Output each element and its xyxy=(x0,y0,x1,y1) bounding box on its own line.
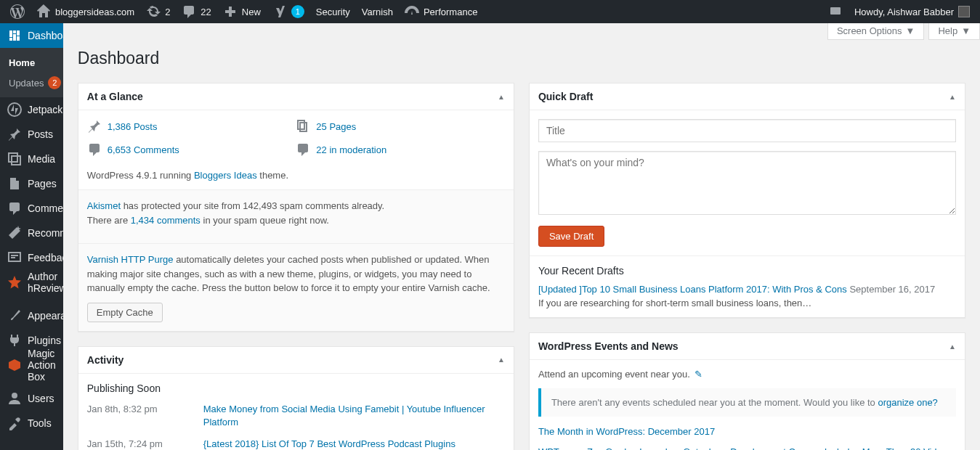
page-title: Dashboard xyxy=(78,49,965,68)
yoast-link[interactable]: 1 xyxy=(267,0,310,23)
chevron-down-icon: ▼ xyxy=(906,25,915,36)
glance-pages[interactable]: 25 Pages xyxy=(296,119,505,134)
menu-author-hreview[interactable]: Author hReview xyxy=(0,270,63,295)
menu-comments[interactable]: Comments22 xyxy=(0,196,63,221)
activity-title-link[interactable]: {Latest 2018} List Of Top 7 Best WordPre… xyxy=(203,438,505,450)
my-account[interactable]: Howdy, Aishwar Babber xyxy=(849,0,976,23)
comment-icon xyxy=(87,142,102,157)
site-name[interactable]: bloggersideas.com xyxy=(31,0,140,23)
pin-icon xyxy=(7,127,22,142)
admin-menu: Dashboard Home Updates2 Jetpack Posts Me… xyxy=(0,23,63,450)
svg-rect-0 xyxy=(830,7,841,15)
activity-header[interactable]: Activity▲ xyxy=(78,347,514,374)
glance-posts[interactable]: 1,386 Posts xyxy=(87,119,296,134)
edit-location-icon[interactable]: ✎ xyxy=(694,369,702,380)
draft-link[interactable]: [Updated ]Top 10 Small Business Loans Pl… xyxy=(538,284,847,295)
publishing-soon-heading: Publishing Soon xyxy=(78,374,514,394)
activity-date: Jan 8th, 8:32 pm xyxy=(87,403,203,429)
avatar xyxy=(958,6,970,17)
chevron-down-icon: ▼ xyxy=(961,25,971,36)
draft-title-input[interactable] xyxy=(538,119,956,142)
help-button[interactable]: Help▼ xyxy=(928,23,980,40)
news-link[interactable]: WPTavern: Zac Gordon Launches Gutenberg … xyxy=(538,446,952,450)
activity-row: Jan 8th, 8:32 pmMake Money from Social M… xyxy=(87,398,505,433)
activity-box: Activity▲ Publishing Soon Jan 8th, 8:32 … xyxy=(78,346,514,451)
comments-link[interactable]: 22 xyxy=(176,0,216,23)
wordpress-icon xyxy=(10,4,25,19)
wrench-icon xyxy=(7,416,22,430)
menu-jetpack[interactable]: Jetpack xyxy=(0,97,63,122)
yoast-icon xyxy=(272,4,287,19)
at-a-glance-header[interactable]: At a Glance▲ xyxy=(78,83,514,110)
comment-icon xyxy=(182,4,196,19)
news-item: The Month in WordPress: December 2017 xyxy=(538,425,956,438)
news-link[interactable]: The Month in WordPress: December 2017 xyxy=(538,426,715,437)
menu-posts[interactable]: Posts xyxy=(0,122,63,147)
activity-row: Jan 15th, 7:24 pm{Latest 2018} List Of T… xyxy=(87,433,505,450)
menu-dashboard[interactable]: Dashboard xyxy=(0,23,63,48)
varnish-link[interactable]: Varnish HTTP Purge xyxy=(87,254,174,265)
activity-title-link[interactable]: Make Money from Social Media Using Fameb… xyxy=(203,403,505,429)
page-icon xyxy=(7,176,22,191)
draft-content-input[interactable] xyxy=(538,151,956,215)
collapse-icon[interactable]: ▲ xyxy=(949,343,956,351)
glance-comments[interactable]: 6,653 Comments xyxy=(87,142,296,157)
glance-moderation[interactable]: 22 in moderation xyxy=(296,142,505,157)
collapse-icon[interactable]: ▲ xyxy=(949,93,956,101)
menu-recommendations[interactable]: Recommendations xyxy=(0,221,63,245)
recent-drafts-heading: Your Recent Drafts xyxy=(538,265,956,277)
no-events-notice: There aren't any events scheduled near y… xyxy=(538,388,956,417)
menu-media[interactable]: Media xyxy=(0,147,63,171)
pages-icon xyxy=(296,119,310,134)
menu-feedback[interactable]: Feedback xyxy=(0,245,63,270)
menu-pages[interactable]: Pages xyxy=(0,171,63,196)
quick-draft-header[interactable]: Quick Draft▲ xyxy=(530,83,965,110)
events-box: WordPress Events and News▲ Attend an upc… xyxy=(529,332,965,450)
security-link[interactable]: Security xyxy=(310,0,356,23)
new-link[interactable]: New xyxy=(217,0,267,23)
menu-users[interactable]: Users xyxy=(0,386,63,411)
empty-cache-button[interactable]: Empty Cache xyxy=(87,303,163,322)
pin-icon xyxy=(87,119,102,134)
collapse-icon[interactable]: ▲ xyxy=(498,93,505,101)
chat-icon xyxy=(828,4,843,19)
box-icon xyxy=(7,358,22,372)
events-header[interactable]: WordPress Events and News▲ xyxy=(530,333,965,360)
screen-options-button[interactable]: Screen Options▼ xyxy=(827,23,924,40)
submenu-home[interactable]: Home xyxy=(0,52,63,73)
gauge-icon xyxy=(405,4,419,19)
akismet-link[interactable]: Akismet xyxy=(87,200,121,211)
menu-appearance[interactable]: Appearance xyxy=(0,303,63,328)
media-icon xyxy=(7,152,22,166)
theme-link[interactable]: Bloggers Ideas xyxy=(194,170,257,181)
menu-tools[interactable]: Tools xyxy=(0,411,63,435)
spam-queue-link[interactable]: 1,434 comments xyxy=(131,215,201,226)
svg-point-3 xyxy=(12,393,17,398)
quick-draft-box: Quick Draft▲ Save Draft Your Recent Draf… xyxy=(529,83,965,318)
submenu-updates[interactable]: Updates2 xyxy=(0,73,63,93)
comment-icon xyxy=(7,201,22,216)
activity-date: Jan 15th, 7:24 pm xyxy=(87,438,203,450)
home-icon xyxy=(36,4,51,19)
updates-link[interactable]: 2 xyxy=(140,0,176,23)
star-icon xyxy=(7,275,22,290)
user-icon xyxy=(7,391,22,406)
varnish-link[interactable]: Varnish xyxy=(356,0,399,23)
save-draft-button[interactable]: Save Draft xyxy=(538,226,604,247)
update-icon xyxy=(146,4,161,19)
wp-logo[interactable] xyxy=(4,0,31,23)
collapse-icon[interactable]: ▲ xyxy=(498,356,505,364)
notifications[interactable] xyxy=(822,0,849,23)
plus-icon xyxy=(223,4,238,19)
at-a-glance-box: At a Glance▲ 1,386 Posts 25 Pages 6,653 … xyxy=(78,83,514,332)
admin-bar: bloggersideas.com 2 22 New 1 Security Va… xyxy=(0,0,980,23)
performance-link[interactable]: Performance xyxy=(399,0,483,23)
jetpack-icon xyxy=(7,102,22,117)
brush-icon xyxy=(7,308,22,323)
menu-magic-action-box[interactable]: Magic Action Box xyxy=(0,353,63,377)
wp-version: WordPress 4.9.1 running Bloggers Ideas t… xyxy=(78,170,514,189)
wand-icon xyxy=(7,226,22,240)
organize-link[interactable]: organize one? xyxy=(878,397,937,408)
news-item: WPTavern: Zac Gordon Launches Gutenberg … xyxy=(538,446,956,450)
feedback-icon xyxy=(7,250,22,265)
